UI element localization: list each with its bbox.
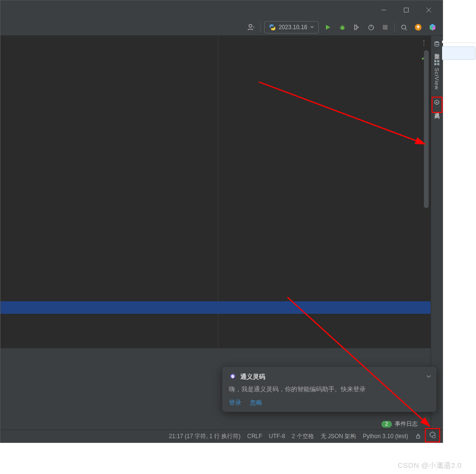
tongyi-icon	[229, 373, 237, 381]
tool-window-sciview[interactable]: SciView	[433, 57, 441, 92]
status-interpreter[interactable]: Python 3.10 (test)	[363, 433, 408, 440]
grid-icon	[433, 59, 440, 66]
status-bar: 21:17 (17 字符, 1 行 换行符) CRLF UTF-8 2 个空格 …	[0, 430, 443, 442]
editor-more-icon[interactable]: ⋮	[421, 39, 428, 46]
run-config-label: 2023.10.16	[279, 24, 307, 31]
tool-window-tongyi[interactable]: 通义灵码	[432, 97, 443, 113]
tool-window-label: SciView	[434, 68, 440, 90]
ide-window: 2023.10.16	[0, 0, 443, 443]
database-icon	[433, 41, 440, 47]
python-icon	[269, 24, 276, 31]
svg-point-23	[436, 102, 438, 103]
close-button[interactable]	[417, 0, 440, 19]
tongyi-icon	[429, 431, 436, 439]
watermark-text: CSDN @小邋遢2.0	[398, 461, 462, 470]
svg-line-11	[340, 25, 341, 26]
svg-rect-1	[404, 8, 408, 12]
status-encoding[interactable]: UTF-8	[269, 433, 285, 440]
tool-window-label: 通义灵码	[433, 108, 441, 110]
event-log-button[interactable]: 2 事件日志	[381, 420, 418, 428]
svg-line-12	[343, 25, 344, 26]
popup-login-link[interactable]: 登录	[229, 399, 241, 407]
chevron-down-icon	[310, 25, 314, 29]
run-button[interactable]	[323, 22, 333, 33]
search-everywhere-button[interactable]	[399, 22, 409, 33]
coverage-button[interactable]	[351, 22, 362, 33]
editor-selection-line	[0, 301, 431, 314]
svg-rect-14	[383, 25, 388, 30]
tongyi-icon	[433, 99, 440, 106]
user-icon[interactable]	[246, 22, 256, 33]
window-titlebar	[0, 0, 443, 19]
tool-window-database[interactable]: 数据库	[433, 39, 442, 53]
svg-rect-24	[417, 436, 420, 438]
svg-point-15	[401, 25, 405, 29]
svg-rect-19	[434, 60, 436, 62]
event-count-badge: 2	[381, 421, 392, 428]
ide-services-icon[interactable]	[427, 22, 438, 33]
profile-button[interactable]	[366, 22, 376, 33]
maximize-button[interactable]	[395, 0, 417, 19]
toolbar-separator	[260, 22, 260, 33]
svg-point-5	[271, 25, 271, 25]
background-window-edge	[442, 41, 476, 60]
svg-rect-22	[437, 63, 439, 65]
popup-body: 嗨，我是通义灵码，你的智能编码助手。快来登录	[229, 385, 430, 394]
editor-area[interactable]: ✔	[0, 36, 431, 348]
tool-window-label: 数据库	[433, 49, 441, 51]
popup-title: 通义灵码	[240, 373, 265, 381]
tongyi-status-icon[interactable]	[425, 428, 440, 442]
svg-point-18	[435, 41, 439, 43]
stop-button[interactable]	[380, 22, 390, 33]
status-json-schema[interactable]: 无 JSON 架构	[321, 432, 357, 441]
status-line-separator[interactable]: CRLF	[247, 433, 262, 440]
minimize-button[interactable]	[372, 0, 395, 19]
svg-rect-20	[437, 60, 439, 62]
svg-point-6	[273, 29, 274, 30]
svg-point-25	[433, 435, 435, 438]
svg-line-16	[405, 29, 407, 30]
main-toolbar: 2023.10.16	[0, 19, 443, 36]
status-indent[interactable]: 2 个空格	[292, 432, 314, 441]
popup-collapse-icon[interactable]	[426, 374, 432, 381]
toolbar-separator	[394, 22, 395, 33]
editor-scrollbar-thumb[interactable]	[424, 50, 429, 208]
lock-icon[interactable]	[415, 433, 422, 440]
status-caret[interactable]: 21:17 (17 字符, 1 行 换行符)	[169, 432, 240, 441]
svg-point-4	[249, 24, 252, 27]
update-button[interactable]	[413, 22, 423, 33]
run-configuration-selector[interactable]: 2023.10.16	[264, 21, 319, 33]
svg-rect-21	[434, 63, 436, 65]
notification-popup: 通义灵码 嗨，我是通义灵码，你的智能编码助手。快来登录 登录 忽略	[222, 367, 436, 412]
debug-button[interactable]	[337, 22, 347, 33]
popup-ignore-link[interactable]: 忽略	[250, 399, 262, 407]
event-log-label: 事件日志	[395, 420, 418, 428]
svg-point-7	[340, 26, 344, 30]
